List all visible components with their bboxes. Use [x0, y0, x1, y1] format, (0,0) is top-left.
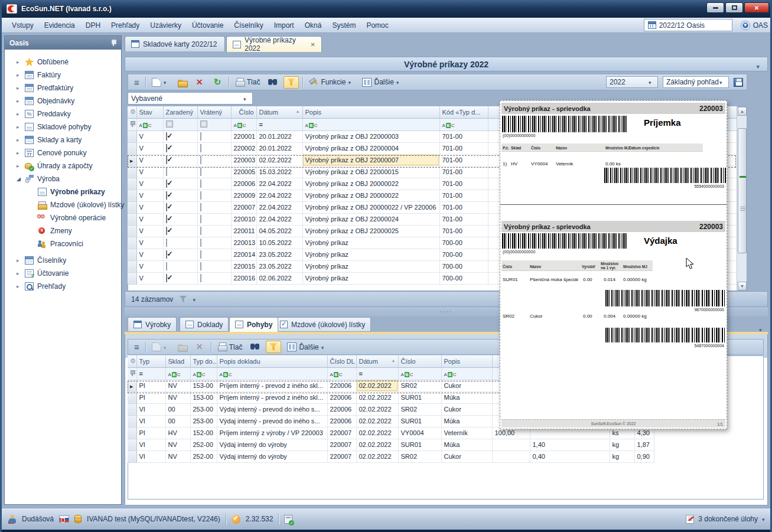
col-zaradeny[interactable]: Zaradený	[163, 106, 197, 118]
sidebar-item[interactable]: Obľúbené	[5, 56, 121, 68]
cell-datum[interactable]: 02.02.2022	[356, 415, 398, 427]
cell-kod[interactable]: 701-00	[439, 130, 488, 142]
save-view-icon[interactable]	[734, 78, 743, 87]
cell-sklad[interactable]: NV	[165, 439, 190, 451]
cell-stav[interactable]: V	[136, 201, 163, 213]
menu-item[interactable]: Evidencia	[39, 19, 80, 31]
tab-skladove-karty[interactable]: Skladové karty 2022/12	[125, 36, 225, 51]
cell-stav[interactable]: V	[136, 237, 163, 249]
cell-mnozstvo-1[interactable]	[492, 451, 530, 462]
cell-stav[interactable]: V	[136, 190, 163, 201]
sidebar-item[interactable]: Skladové pohyby	[5, 120, 121, 133]
cell-datum[interactable]: 02.02.2022	[356, 403, 398, 415]
cell-zaradeny[interactable]	[163, 272, 197, 284]
cell-datum[interactable]: 02.02.2022	[356, 427, 398, 439]
tab-vyrobne-prikazy[interactable]: Výrobné príkazy 2022 ✕	[226, 36, 322, 52]
cell-sklad[interactable]: 00	[165, 415, 190, 427]
cell-datum[interactable]: 04.05.2022	[256, 225, 302, 237]
cell-cislo[interactable]: VY0004	[398, 427, 441, 439]
cell-stav[interactable]: V	[136, 142, 163, 154]
col-typ[interactable]: Typ	[136, 355, 165, 367]
search-button[interactable]	[266, 77, 280, 88]
cell-cislo[interactable]: SUR01	[398, 415, 441, 427]
table-row[interactable]: VI NV 252-00 Výdaj interný do výroby 220…	[128, 451, 654, 462]
cell-cislo-dl[interactable]: 220007	[327, 427, 356, 439]
expander-icon[interactable]	[17, 85, 21, 91]
cell-cislo[interactable]: 220011	[231, 225, 256, 237]
menu-item[interactable]: Pomoc	[361, 19, 393, 31]
cell-popis[interactable]: Veterník	[441, 427, 492, 439]
sidebar-item[interactable]: Sklady a karty	[5, 133, 121, 146]
refresh-button[interactable]	[211, 77, 225, 88]
cell-datum[interactable]: 15.03.2022	[256, 166, 302, 178]
cell-popis[interactable]: Výrobný príkaz z OBJ 20000022	[302, 178, 439, 190]
close-button[interactable]: ✕	[744, 2, 769, 13]
new-button[interactable]	[149, 77, 172, 88]
col-datum[interactable]: Dátum	[356, 355, 398, 367]
cell-popis[interactable]: Výrobný príkaz z OBJ 22000025	[302, 225, 439, 237]
cell-cislo-dl[interactable]: 220006	[327, 380, 356, 391]
cell-vrateny[interactable]	[197, 190, 231, 201]
cell-cislo[interactable]: SUR01	[398, 439, 441, 451]
cell-vrateny[interactable]	[197, 213, 231, 225]
cell-typ-do[interactable]: 153-00	[190, 391, 217, 403]
menu-toggle-button[interactable]	[132, 76, 142, 89]
expander-icon[interactable]	[17, 163, 21, 169]
cell-typ-do[interactable]: 252-00	[190, 439, 217, 451]
checkbox-filter-icon[interactable]	[200, 120, 207, 128]
menu-item[interactable]: Uzávierky	[145, 19, 187, 31]
cell-cislo[interactable]: 220003	[231, 154, 256, 166]
cell-stav[interactable]: V	[136, 213, 163, 225]
cell-typ-do[interactable]: 252-00	[190, 451, 217, 462]
pin-icon[interactable]	[110, 39, 116, 46]
cell-typ[interactable]: VI	[136, 415, 165, 427]
cell-popis[interactable]: Cukor	[441, 380, 492, 391]
cell-sklad[interactable]: HV	[165, 427, 190, 439]
abc-filter-icon[interactable]	[139, 123, 152, 128]
expander-icon[interactable]	[17, 111, 21, 117]
cell-cislo[interactable]: 220013	[231, 237, 256, 249]
cell-popis[interactable]: Múka	[441, 439, 492, 451]
scroll-down-icon[interactable]: ▼	[738, 282, 747, 291]
tab-pohyby[interactable]: Pohyby	[229, 317, 278, 332]
cell-sklad[interactable]: 00	[165, 403, 190, 415]
more-button[interactable]: Ďalšie	[360, 77, 404, 88]
cell-mnozstvo-3[interactable]: 0,90	[634, 451, 654, 462]
cell-cislo[interactable]: 220015	[231, 260, 256, 272]
cell-typ-do[interactable]: 253-00	[190, 415, 217, 427]
cell-datum[interactable]: 20.01.2022	[256, 142, 302, 154]
cell-cislo[interactable]: 220005	[231, 166, 256, 178]
cell-kod[interactable]: 701-00	[439, 225, 488, 237]
cell-popis-dokladu[interactable]: Výdaj interný - prevod do iného s...	[217, 415, 327, 427]
pin-icon[interactable]	[130, 120, 135, 128]
cell-zaradeny[interactable]	[163, 201, 197, 213]
cell-mj[interactable]: kg	[610, 451, 634, 462]
search-button[interactable]	[248, 341, 262, 353]
cell-popis-dokladu[interactable]: Výdaj interný - prevod do iného s...	[217, 403, 327, 415]
cell-cislo[interactable]: SR02	[398, 451, 441, 462]
cell-popis[interactable]: Výrobný príkaz z OBJ 20000022 / VP 22000…	[302, 201, 439, 213]
equals-filter-icon[interactable]	[139, 370, 143, 377]
filter-button[interactable]	[266, 341, 281, 353]
menu-item[interactable]: DPH	[80, 19, 106, 31]
expander-icon[interactable]	[17, 59, 21, 65]
expander-icon[interactable]	[17, 283, 21, 289]
vertical-scrollbar[interactable]: ▲ ▼	[737, 107, 747, 291]
cell-datum[interactable]: 23.05.2022	[256, 249, 302, 260]
cell-zaradeny[interactable]	[163, 237, 197, 249]
calculator-check-icon[interactable]	[284, 515, 292, 524]
cell-datum[interactable]: 02.02.2022	[356, 391, 398, 403]
cell-stav[interactable]: V	[136, 166, 163, 178]
cell-popis-dokladu[interactable]: Príjem interný - prevod z iného skl...	[217, 391, 327, 403]
sidebar-item[interactable]: Úhrady a zápočty	[5, 159, 121, 172]
sidebar-subitem[interactable]: Pracovníci	[5, 237, 121, 250]
chevron-down-icon[interactable]	[193, 295, 198, 303]
sidebar-item[interactable]: Účtovanie	[5, 267, 121, 280]
cell-popis[interactable]: Výrobný príkaz z OBJ 22000015	[302, 166, 439, 178]
functions-button[interactable]: Funkcie	[307, 77, 356, 88]
col-cislo-dl[interactable]: Číslo DL	[327, 355, 356, 367]
cell-popis[interactable]: Múka	[441, 415, 492, 427]
cell-popis[interactable]: Výrobný príkaz z OBJ 22000007	[302, 154, 439, 166]
cell-mnozstvo-3[interactable]: 1,87	[634, 439, 654, 451]
menu-item[interactable]: Okná	[299, 19, 327, 31]
